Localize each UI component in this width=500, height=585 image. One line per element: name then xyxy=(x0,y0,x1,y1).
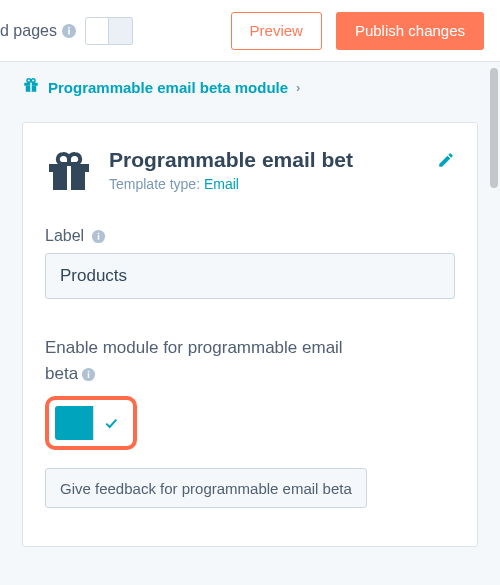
info-icon xyxy=(61,23,77,39)
svg-point-7 xyxy=(31,79,35,83)
scrollbar[interactable] xyxy=(490,68,498,188)
panel-wrapper: Programmable email bet Template type: Em… xyxy=(0,108,500,585)
svg-rect-12 xyxy=(97,235,99,240)
svg-rect-10 xyxy=(67,164,71,190)
svg-rect-16 xyxy=(87,370,89,372)
label-field-label: Label xyxy=(45,227,455,245)
module-title: Programmable email bet xyxy=(109,147,421,172)
mini-toggle[interactable] xyxy=(85,17,133,45)
publish-button[interactable]: Publish changes xyxy=(336,12,484,50)
edit-icon[interactable] xyxy=(437,151,455,173)
svg-point-6 xyxy=(27,79,31,83)
label-input[interactable] xyxy=(45,253,455,299)
pages-fragment-wrap: d pages xyxy=(0,17,133,45)
label-field-group: Label xyxy=(45,227,455,299)
mini-toggle-left[interactable] xyxy=(85,17,109,45)
pages-text: d pages xyxy=(0,22,57,40)
info-icon[interactable] xyxy=(90,228,106,244)
enable-label: Enable module for programmable email bet… xyxy=(45,335,455,386)
topbar: d pages Preview Publish changes xyxy=(0,0,500,62)
svg-rect-1 xyxy=(68,29,70,34)
feedback-button[interactable]: Give feedback for programmable email bet… xyxy=(45,468,367,508)
svg-rect-15 xyxy=(87,373,89,378)
template-type-label: Template type: xyxy=(109,176,204,192)
module-subtitle: Template type: Email xyxy=(109,176,421,192)
mini-toggle-right[interactable] xyxy=(109,17,133,45)
label-text: Label xyxy=(45,227,84,245)
check-icon xyxy=(103,415,119,431)
module-header: Programmable email bet Template type: Em… xyxy=(45,147,455,199)
breadcrumb-link[interactable]: Programmable email beta module xyxy=(48,79,288,96)
enable-line1: Enable module for programmable email xyxy=(45,338,343,357)
svg-rect-13 xyxy=(97,232,99,234)
enable-toggle[interactable] xyxy=(55,406,127,440)
toggle-highlight xyxy=(45,396,137,450)
gift-icon xyxy=(22,76,40,98)
preview-button[interactable]: Preview xyxy=(231,12,322,50)
template-type-link[interactable]: Email xyxy=(204,176,239,192)
enable-line2: beta xyxy=(45,364,78,383)
gift-icon xyxy=(45,147,93,199)
enable-group: Enable module for programmable email bet… xyxy=(45,335,455,508)
info-icon[interactable] xyxy=(80,366,96,382)
breadcrumb: Programmable email beta module › xyxy=(0,62,500,108)
module-panel: Programmable email bet Template type: Em… xyxy=(22,122,478,547)
svg-rect-2 xyxy=(68,27,70,29)
chevron-right-icon: › xyxy=(296,80,300,95)
svg-rect-5 xyxy=(30,83,32,92)
